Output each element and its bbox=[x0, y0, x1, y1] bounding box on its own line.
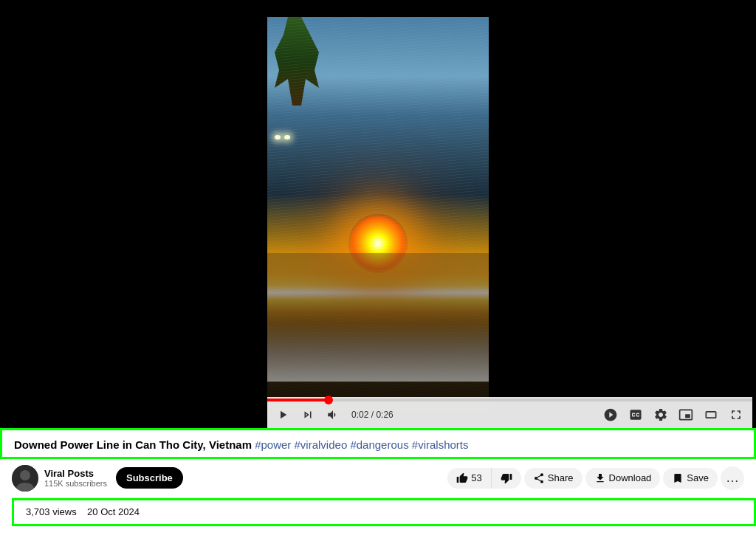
current-time: 0:02 bbox=[351, 410, 368, 420]
like-count: 53 bbox=[471, 472, 481, 483]
share-label: Share bbox=[548, 472, 574, 483]
theater-button[interactable] bbox=[701, 406, 721, 424]
play-button[interactable] bbox=[273, 407, 292, 423]
actions-group: 53 Share Download bbox=[447, 466, 744, 490]
avatar-image bbox=[12, 465, 38, 492]
fullscreen-icon bbox=[729, 407, 743, 422]
channel-avatar[interactable] bbox=[12, 465, 38, 492]
captions-icon bbox=[628, 407, 643, 422]
settings-icon bbox=[653, 407, 668, 422]
total-time: 0:26 bbox=[376, 410, 393, 420]
download-icon bbox=[594, 472, 606, 484]
video-frame[interactable] bbox=[267, 17, 489, 411]
settings-button[interactable] bbox=[650, 406, 671, 424]
black-right-bar bbox=[752, 0, 756, 428]
share-button[interactable]: Share bbox=[524, 468, 583, 489]
view-count: 3,703 views bbox=[26, 506, 77, 517]
progress-fill bbox=[267, 399, 329, 401]
fullscreen-button[interactable] bbox=[726, 406, 746, 424]
dislike-button[interactable] bbox=[492, 468, 521, 489]
download-button[interactable]: Download bbox=[585, 468, 661, 489]
svg-point-1 bbox=[20, 470, 30, 480]
skip-icon bbox=[301, 408, 315, 421]
more-options-button[interactable]: … bbox=[721, 466, 744, 490]
progress-dot bbox=[324, 396, 333, 404]
video-section: 0:02 / 0:26 bbox=[0, 0, 756, 428]
autoplay-icon bbox=[603, 407, 618, 422]
video-title: Downed Power Line in Can Tho City, Vietn… bbox=[14, 438, 742, 452]
title-text: Downed Power Line in Can Tho City, Vietn… bbox=[14, 438, 252, 451]
captions-button[interactable] bbox=[625, 406, 646, 424]
views-text: 3,703 views 20 Oct 2024 bbox=[26, 506, 140, 517]
progress-bar[interactable] bbox=[267, 399, 752, 401]
dislike-icon bbox=[501, 472, 512, 484]
skip-button[interactable] bbox=[298, 407, 317, 423]
play-icon bbox=[276, 408, 289, 421]
channel-name[interactable]: Viral Posts bbox=[44, 468, 107, 479]
volume-icon bbox=[326, 408, 340, 421]
like-icon bbox=[456, 472, 468, 484]
subscribe-button[interactable]: Subscribe bbox=[116, 467, 183, 489]
publish-date: 20 Oct 2024 bbox=[87, 506, 140, 517]
channel-actions-row: Viral Posts 115K subscribers Subscribe 5… bbox=[0, 459, 756, 497]
like-dislike-group: 53 bbox=[447, 468, 520, 489]
autoplay-button[interactable] bbox=[600, 406, 621, 424]
views-row: 3,703 views 20 Oct 2024 bbox=[12, 498, 756, 526]
save-icon bbox=[672, 472, 684, 484]
channel-info: Viral Posts 115K subscribers bbox=[44, 468, 107, 488]
controls-row: 0:02 / 0:26 bbox=[267, 401, 752, 428]
save-label: Save bbox=[687, 472, 709, 483]
like-button[interactable]: 53 bbox=[447, 468, 491, 489]
video-background bbox=[267, 17, 489, 411]
black-left-bar bbox=[0, 0, 267, 428]
video-fade bbox=[267, 323, 489, 382]
title-row: Downed Power Line in Can Tho City, Vietn… bbox=[0, 428, 756, 459]
miniplayer-icon bbox=[678, 407, 693, 422]
download-label: Download bbox=[609, 472, 652, 483]
share-icon bbox=[533, 472, 545, 484]
volume-button[interactable] bbox=[323, 407, 343, 423]
theater-icon bbox=[704, 407, 718, 422]
player-controls-bar: 0:02 / 0:26 bbox=[267, 397, 752, 428]
right-controls bbox=[600, 406, 746, 424]
miniplayer-button[interactable] bbox=[676, 406, 696, 424]
save-button[interactable]: Save bbox=[663, 468, 718, 489]
more-icon: … bbox=[726, 470, 739, 486]
channel-subscribers: 115K subscribers bbox=[44, 479, 107, 488]
page-wrapper: 0:02 / 0:26 bbox=[0, 0, 756, 555]
hashtags-text[interactable]: #power #viralvideo #dangerous #viralshor… bbox=[255, 438, 468, 451]
time-display: 0:02 / 0:26 bbox=[351, 410, 394, 420]
